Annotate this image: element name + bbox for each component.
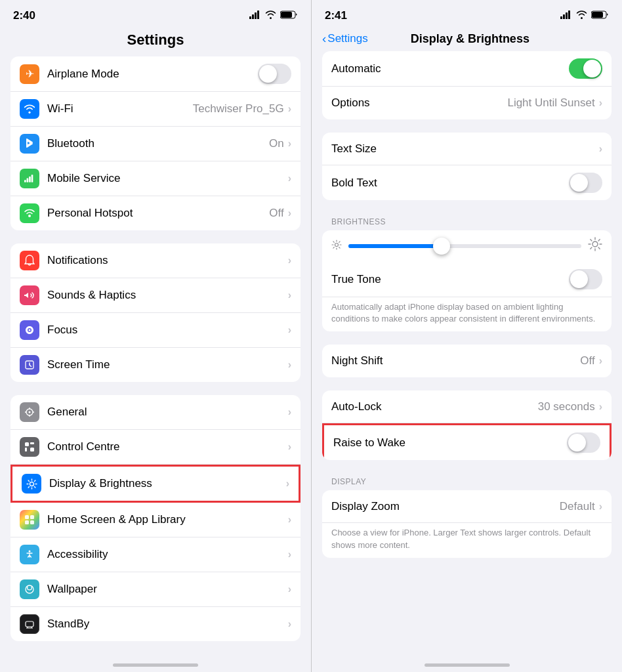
control-centre-chevron: ›: [288, 441, 291, 453]
brightness-slider-track[interactable]: [348, 244, 581, 248]
svg-rect-0: [249, 16, 251, 19]
control-centre-label: Control Centre: [47, 440, 288, 453]
bold-text-toggle[interactable]: [569, 173, 602, 193]
system-group: General › Control Centre › Display & Bri…: [10, 395, 301, 641]
svg-rect-23: [25, 448, 27, 452]
sounds-haptics-row[interactable]: Sounds & Haptics ›: [10, 278, 301, 313]
airplane-mode-label: Airplane Mode: [47, 68, 258, 81]
wifi-row[interactable]: Wi-Fi Techwiser Pro_5G ›: [10, 92, 301, 127]
mobile-service-row[interactable]: Mobile Service ›: [10, 161, 301, 196]
brightness-high-icon: [588, 237, 602, 255]
wifi-value: Techwiser Pro_5G: [193, 102, 284, 116]
svg-rect-44: [560, 16, 562, 19]
standby-row[interactable]: StandBy ›: [10, 607, 301, 641]
back-chevron-icon: ‹: [322, 32, 326, 46]
airplane-mode-icon: ✈: [20, 64, 39, 84]
wifi-icon-box: [20, 99, 39, 119]
auto-lock-value: 30 seconds: [538, 400, 595, 413]
bluetooth-row[interactable]: Bluetooth On ›: [10, 127, 301, 161]
night-shift-row[interactable]: Night Shift Off ›: [322, 345, 612, 377]
svg-point-50: [335, 243, 339, 247]
back-button[interactable]: ‹ Settings: [322, 32, 368, 46]
wallpaper-label: Wallpaper: [47, 583, 288, 596]
svg-line-65: [598, 247, 600, 249]
home-screen-icon: [20, 510, 39, 530]
right-status-icons: [560, 10, 609, 22]
notifications-row[interactable]: Notifications ›: [10, 243, 301, 278]
left-home-indicator: [113, 663, 198, 667]
bold-text-label: Bold Text: [331, 177, 569, 190]
control-centre-row[interactable]: Control Centre ›: [10, 430, 301, 465]
control-centre-icon: [20, 437, 39, 457]
notifications-group: Notifications › Sounds & Haptics › Focus…: [10, 243, 301, 382]
brightness-slider-row[interactable]: [322, 230, 612, 262]
brightness-slider-thumb[interactable]: [433, 238, 450, 255]
display-zoom-chevron: ›: [599, 501, 602, 513]
focus-icon: [20, 320, 39, 340]
auto-lock-row[interactable]: Auto-Lock 30 seconds ›: [322, 390, 612, 423]
true-tone-row[interactable]: True Tone: [322, 262, 612, 297]
left-settings-scroll[interactable]: ✈ Airplane Mode Wi-Fi Techwiser Pro_5G ›…: [0, 56, 311, 657]
automatic-toggle[interactable]: [569, 58, 602, 79]
brightness-low-icon: [331, 240, 342, 253]
personal-hotspot-row[interactable]: Personal Hotspot Off ›: [10, 196, 301, 230]
svg-line-31: [34, 486, 35, 487]
home-screen-chevron: ›: [288, 514, 291, 526]
svg-rect-5: [281, 12, 292, 18]
brightness-group: True Tone Automatically adapt iPhone dis…: [322, 230, 612, 331]
focus-chevron: ›: [288, 324, 291, 336]
right-status-bar: 2:41: [312, 0, 622, 26]
svg-point-16: [29, 411, 31, 413]
display-brightness-row[interactable]: Display & Brightness ›: [10, 465, 301, 503]
svg-rect-46: [566, 12, 568, 19]
hotspot-icon: [20, 203, 39, 223]
left-time: 2:40: [13, 9, 35, 22]
svg-point-38: [29, 551, 31, 553]
bluetooth-chevron: ›: [288, 138, 291, 150]
appearance-group: Automatic Options Light Until Sunset ›: [322, 51, 612, 119]
svg-line-58: [333, 247, 334, 248]
display-zoom-row[interactable]: Display Zoom Default ›: [322, 490, 612, 523]
display-brightness-label: Display & Brightness: [49, 477, 286, 490]
text-size-label: Text Size: [331, 142, 599, 156]
svg-rect-2: [255, 12, 257, 19]
bluetooth-label: Bluetooth: [47, 137, 269, 150]
brightness-slider-fill: [348, 244, 442, 248]
bold-text-row[interactable]: Bold Text: [322, 165, 612, 200]
options-row[interactable]: Options Light Until Sunset ›: [322, 87, 612, 119]
personal-hotspot-label: Personal Hotspot: [47, 207, 269, 220]
wallpaper-row[interactable]: Wallpaper ›: [10, 572, 301, 607]
accessibility-row[interactable]: Accessibility ›: [10, 537, 301, 572]
svg-rect-8: [29, 177, 31, 182]
general-row[interactable]: General ›: [10, 395, 301, 430]
text-size-row[interactable]: Text Size ›: [322, 133, 612, 165]
automatic-row[interactable]: Automatic: [322, 51, 612, 87]
right-time: 2:41: [325, 9, 347, 22]
home-screen-label: Home Screen & App Library: [47, 513, 288, 526]
true-tone-toggle[interactable]: [569, 269, 602, 289]
airplane-mode-row[interactable]: ✈ Airplane Mode: [10, 56, 301, 92]
standby-icon: [20, 614, 39, 634]
screen-time-row[interactable]: Screen Time ›: [10, 348, 301, 382]
svg-rect-35: [30, 515, 34, 519]
home-screen-row[interactable]: Home Screen & App Library ›: [10, 503, 301, 537]
svg-line-64: [591, 240, 592, 241]
wallpaper-icon: [20, 579, 39, 599]
raise-to-wake-toggle[interactable]: [567, 432, 600, 453]
svg-point-39: [26, 585, 33, 593]
notifications-label: Notifications: [47, 254, 288, 267]
wifi-label: Wi-Fi: [47, 102, 193, 116]
svg-line-66: [598, 240, 600, 241]
accessibility-chevron: ›: [288, 549, 291, 560]
raise-to-wake-row[interactable]: Raise to Wake: [322, 423, 612, 460]
svg-line-33: [28, 486, 29, 487]
display-zoom-value: Default: [560, 500, 595, 513]
true-tone-description: Automatically adapt iPhone display based…: [322, 297, 612, 331]
svg-line-30: [28, 480, 29, 481]
text-size-chevron: ›: [599, 143, 602, 155]
display-zoom-label: Display Zoom: [331, 500, 560, 513]
right-settings-scroll[interactable]: Automatic Options Light Until Sunset › T…: [312, 51, 622, 657]
airplane-mode-toggle[interactable]: [258, 64, 291, 84]
focus-row[interactable]: Focus ›: [10, 313, 301, 348]
mobile-service-icon: [20, 169, 39, 188]
